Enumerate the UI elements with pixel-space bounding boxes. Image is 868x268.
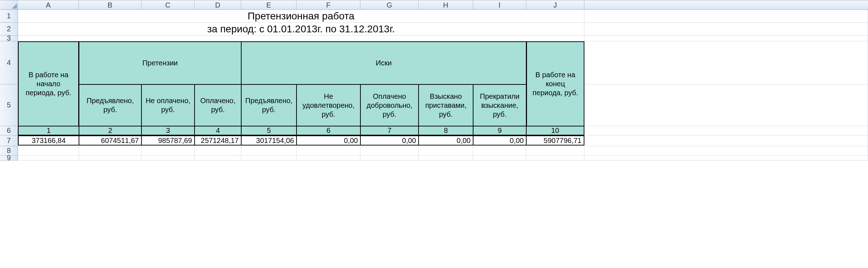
row-header-1[interactable]: 1 [0,10,18,23]
col-header-trailing [584,0,868,10]
row-header-7[interactable]: 7 [0,135,18,146]
cell-E8[interactable] [241,146,297,156]
col-header-F[interactable]: F [297,0,360,10]
row-header-6[interactable]: 6 [0,126,18,135]
cell-I8[interactable] [473,146,526,156]
table-header-f: Не удовлетворено, руб. [297,84,360,126]
data-f[interactable]: 0,00 [297,135,360,145]
table-header-end-balance: В работе на конец периода, руб. [526,41,584,126]
data-d[interactable]: 2571248,17 [195,135,241,145]
cell-A8[interactable] [18,146,79,156]
row-header-2[interactable]: 2 [0,23,18,36]
row-header-3[interactable]: 3 [0,36,18,41]
cell-C8[interactable] [141,146,195,156]
col-header-A[interactable]: A [18,0,79,10]
index-5: 5 [241,126,297,135]
cell-B9[interactable] [79,156,141,161]
col-header-G[interactable]: G [360,0,419,10]
cell-F9[interactable] [297,156,360,161]
row-header-4[interactable]: 4 [0,41,18,84]
cell-A9[interactable] [18,156,79,161]
trailing-cell [584,126,868,135]
cell-C9[interactable] [141,156,195,161]
trailing-cell [584,135,868,146]
index-8: 8 [419,126,473,135]
index-6: 6 [297,126,360,135]
trailing-cell [584,23,868,36]
table-header-d: Оплачено, руб. [195,84,241,126]
page-title: Претензионная работа [18,10,584,23]
data-a[interactable]: 373166,84 [18,135,79,145]
trailing-cell [584,156,868,161]
cell-B8[interactable] [79,146,141,156]
trailing-cell [584,146,868,156]
cell-G8[interactable] [360,146,419,156]
spreadsheet-grid[interactable]: A B C D E F G H I J 1 Претензионная рабо… [0,0,868,161]
cell-D8[interactable] [195,146,241,156]
row-header-5[interactable]: 5 [0,84,18,126]
col-header-H[interactable]: H [419,0,473,10]
data-i[interactable]: 0,00 [473,135,526,145]
trailing-cell [584,10,868,23]
trailing-cell [584,84,868,126]
trailing-cell [584,41,868,84]
page-subtitle: за период: с 01.01.2013г. по 31.12.2013г… [18,23,584,36]
col-header-J[interactable]: J [526,0,584,10]
data-j[interactable]: 5907796,71 [526,135,584,145]
index-9: 9 [473,126,526,135]
cell-G9[interactable] [360,156,419,161]
table-header-c: Не оплачено, руб. [141,84,195,126]
select-all-corner[interactable] [0,0,18,10]
data-b[interactable]: 6074511,67 [79,135,141,145]
table-header-group-claims: Претензии [79,41,241,84]
index-7: 7 [360,126,419,135]
index-3: 3 [141,126,195,135]
table-header-h: Взыскано приставами, руб. [419,84,473,126]
cell-E9[interactable] [241,156,297,161]
data-c[interactable]: 985787,69 [141,135,195,145]
cell-F8[interactable] [297,146,360,156]
cell-D9[interactable] [195,156,241,161]
index-10: 10 [526,126,584,135]
cell-H8[interactable] [419,146,473,156]
col-header-D[interactable]: D [195,0,241,10]
table-header-group-lawsuits: Иски [241,41,526,84]
trailing-cell [584,36,868,41]
table-header-e: Предъявлено, руб. [241,84,297,126]
col-header-E[interactable]: E [241,0,297,10]
data-e[interactable]: 3017154,06 [241,135,297,145]
empty-row [18,36,584,41]
table-header-start-balance: В работе на начало периода, руб. [18,41,79,126]
data-h[interactable]: 0,00 [419,135,473,145]
cell-I9[interactable] [473,156,526,161]
col-header-B[interactable]: B [79,0,141,10]
table-header-b: Предъявлено, руб. [79,84,141,126]
table-header-g: Оплачено добровольно, руб. [360,84,419,126]
index-2: 2 [79,126,141,135]
index-4: 4 [195,126,241,135]
cell-H9[interactable] [419,156,473,161]
cell-J8[interactable] [526,146,584,156]
data-g[interactable]: 0,00 [360,135,419,145]
col-header-I[interactable]: I [473,0,526,10]
table-header-i: Прекратили взыскание, руб. [473,84,526,126]
index-1: 1 [18,126,79,135]
col-header-C[interactable]: C [141,0,195,10]
row-header-9[interactable]: 9 [0,156,18,161]
cell-J9[interactable] [526,156,584,161]
